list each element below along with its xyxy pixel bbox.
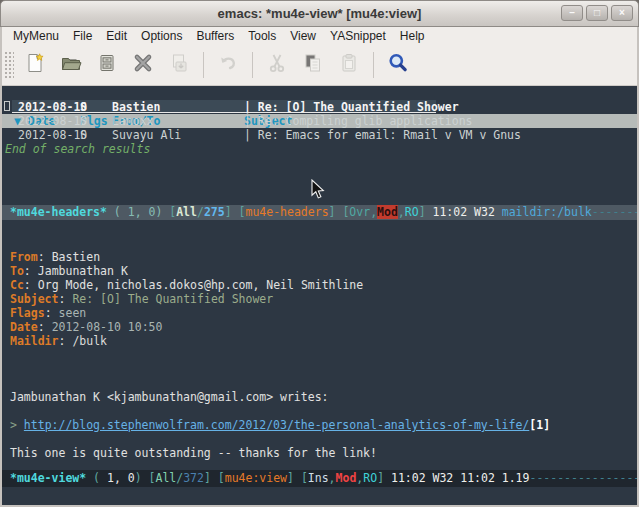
row-date: 2012-08-10 [18,114,87,128]
menu-item-file[interactable]: File [66,28,99,44]
modeline-segment: ] [ [204,471,225,485]
modeline-segment: RO [405,205,419,219]
row-flags: S [80,128,87,142]
search-button[interactable] [383,50,412,80]
save-icon [96,52,118,78]
modeline-segment: , [329,471,336,485]
body-line: Jambunathan K <kjambunathan@gmail.com> w… [10,390,637,404]
search-icon [387,52,409,78]
menu-item-tools[interactable]: Tools [241,28,283,44]
window-title: emacs: *mu4e-view* [mu4e:view] [218,6,422,21]
field-label: Date [10,320,45,334]
body-line: > http://blog.stephenwolfram.com/2012/03… [10,418,637,432]
row-date: 2012-08-10 [18,100,87,114]
message-row[interactable]: 2012-08-10SBastien| Re: [O] The Quantifi… [2,100,637,114]
body-line [10,432,637,446]
field-label: Flags [10,306,52,320]
echo-area[interactable] [2,487,637,505]
paste-icon [338,52,360,78]
undo-button [213,50,242,80]
field-value: Org Mode, nicholas.dokos@hp.com, Neil Sm… [31,278,363,292]
modeline-segment: maildir:/bulk [502,205,592,219]
message-link[interactable]: http://blog.stephenwolfram.com/2012/03/t… [24,418,529,432]
mouse-pointer-icon [256,165,325,217]
modeline-segment: 11:02 W32 [433,205,502,219]
field-value: Bastien [45,250,100,264]
modeline-mu4e-view[interactable]: *mu4e-view* ( 1, 0) [All/372] [mu4e:view… [2,470,637,487]
menu-item-view[interactable]: View [283,28,323,44]
row-from: Suvayu Ali [112,128,181,142]
modeline-segment: ( 1, 0) [107,205,169,219]
row-flags: S [80,100,87,114]
modeline-segment: 1, 0 [107,471,135,485]
header-field-cc: CcOrg Mode, nicholas.dokos@hp.com, Neil … [10,278,637,292]
toolbar-separator [203,52,204,78]
message-row[interactable]: 2012-08-10SSuvayu Ali| Re: Emacs for ema… [2,128,637,142]
paste-button [334,50,363,80]
modeline-segment: 275 [204,205,225,219]
menu-bar: MyMenuFileEditOptionsBuffersToolsViewYAS… [2,27,637,45]
field-value: Re: [O] The Quantified Shower [65,292,273,306]
delete-button[interactable] [128,50,157,80]
row-from: Bastien [112,100,160,114]
row-subject: | Re: Emacs for email: Rmail v VM v Gnus [244,128,521,142]
save-as-icon [168,52,190,78]
menu-item-mymenu[interactable]: MyMenu [6,28,66,44]
modeline-segment: *mu4e-headers* [10,205,107,219]
close-button[interactable]: × [611,5,633,21]
body-line [10,404,637,418]
modeline-segment: ( [86,471,107,485]
maximize-icon: □ [594,8,600,18]
body-text: This one is quite outstanding -- thanks … [10,446,377,460]
new-file-button[interactable] [20,50,49,80]
header-field-to: ToJambunathan K [10,264,637,278]
modeline-segment: All [176,205,197,219]
body-text: > [10,418,24,432]
end-of-search-text: End of search results [5,142,150,156]
mu4e-view-window: FromBastienToJambunathan KCcOrg Mode, ni… [2,220,637,470]
body-text: [1] [529,418,550,432]
modeline-segment: , [398,205,405,219]
modeline-segment: ] [ [225,205,246,219]
modeline-segment: *mu4e-view* [10,471,86,485]
menu-item-yasnippet[interactable]: YASnippet [323,28,393,44]
open-file-button[interactable] [56,50,85,80]
maximize-button[interactable]: □ [586,5,608,21]
open-folder-icon [60,52,82,78]
field-label: Maildir [10,334,65,348]
menu-item-edit[interactable]: Edit [99,28,134,44]
copy-icon [302,52,324,78]
modeline-segment: Mod [377,205,398,219]
minimize-button[interactable]: – [561,5,583,21]
field-value: 2012-08-10 10:50 [45,320,163,334]
row-flags: S [80,114,87,128]
field-value: seen [52,306,87,320]
emacs-frame: ▼ DateFlgsFrom/ToSubject 2012-08-10SBast… [2,86,637,505]
toolbar-drag-handle[interactable] [4,51,14,79]
modeline-segment: Ins [308,471,329,485]
modeline-segment: All [155,471,176,485]
row-subject: | Re: [O] The Quantified Shower [244,100,459,114]
header-field-date: Date2012-08-10 10:50 [10,320,637,334]
modeline-segment: Mod [336,471,357,485]
save-as-button [164,50,193,80]
body-line [10,376,637,390]
field-value: /bulk [65,334,107,348]
hollow-cursor [4,101,10,111]
save-button[interactable] [92,50,121,80]
modeline-segment: ) [135,471,149,485]
minimize-icon: – [569,8,575,18]
headers-list: 2012-08-10SBastien| Re: [O] The Quantifi… [2,100,637,142]
toolbar-separator [252,52,253,78]
message-row[interactable]: 2012-08-10SLanoxx| Re: Compiling glib ap… [2,114,637,128]
menu-item-help[interactable]: Help [393,28,432,44]
window-body: MyMenuFileEditOptionsBuffersToolsViewYAS… [0,27,639,507]
header-field-maildir: Maildir/bulk [10,334,637,348]
menu-item-buffers[interactable]: Buffers [189,28,241,44]
copy-button [298,50,327,80]
body-line: This one is quite outstanding -- thanks … [10,446,637,460]
field-label: To [10,264,31,278]
title-bar[interactable]: emacs: *mu4e-view* [mu4e:view] –□× [0,0,639,27]
menu-item-options[interactable]: Options [134,28,189,44]
emacs-window: emacs: *mu4e-view* [mu4e:view] –□× MyMen… [0,0,639,507]
